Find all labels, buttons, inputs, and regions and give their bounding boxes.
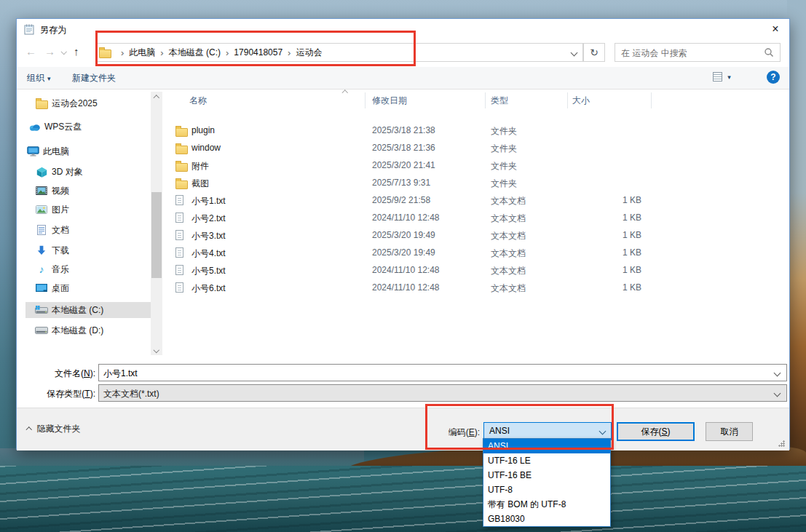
- file-row-xiaohao1[interactable]: 小号1.txt 2025/9/2 21:58 文本文档 1 KB: [162, 192, 774, 210]
- dropdown-option-utf16be[interactable]: UTF-16 BE: [483, 468, 610, 483]
- filename-dropdown-chevron-icon[interactable]: [774, 370, 781, 377]
- sidebar-item-label: 音乐: [52, 263, 69, 276]
- label-text: ): [668, 426, 671, 437]
- sidebar-item-local-disk-c[interactable]: 本地磁盘 (C:): [25, 302, 159, 318]
- sidebar-item-wps-cloud[interactable]: WPS云盘: [27, 119, 158, 135]
- sidebar-item-this-pc[interactable]: 此电脑: [25, 143, 157, 159]
- file-row-xiaohao2[interactable]: 小号2.txt 2024/11/10 12:48 文本文档 1 KB: [162, 210, 774, 227]
- folder-icon: [175, 125, 188, 139]
- filename-input[interactable]: [102, 366, 760, 381]
- save-button[interactable]: 保存(S): [617, 422, 695, 441]
- folder-icon: [34, 98, 49, 109]
- sort-ascending-icon[interactable]: [342, 90, 348, 96]
- file-name: 小号3.txt: [191, 230, 226, 242]
- dropdown-option-utf8bom[interactable]: 带有 BOM 的 UTF-8: [483, 497, 610, 512]
- sidebar-item-local-disk-d[interactable]: 本地磁盘 (D:): [34, 322, 165, 338]
- file-date: 2025/3/20 19:49: [372, 247, 435, 258]
- dropdown-option-utf16le[interactable]: UTF-16 LE: [483, 453, 610, 468]
- column-header-date[interactable]: 修改日期: [372, 92, 407, 109]
- forward-button[interactable]: →: [44, 45, 55, 57]
- sidebar-scrollbar[interactable]: [151, 92, 162, 355]
- sidebar-item-label: 下载: [52, 245, 69, 257]
- file-type: 文本文档: [491, 230, 526, 242]
- column-separator[interactable]: [567, 92, 568, 108]
- file-row-window[interactable]: window 2025/3/18 21:36 文件夹: [162, 140, 774, 157]
- organize-button[interactable]: 组织▾: [27, 72, 51, 84]
- desktop-icon: [34, 284, 49, 293]
- close-icon: ×: [772, 23, 778, 36]
- file-row-fujian[interactable]: 附件 2025/3/20 21:41 文件夹: [162, 157, 774, 175]
- savetype-value: 文本文档(*.txt): [103, 388, 159, 400]
- refresh-button[interactable]: ↻: [583, 43, 605, 62]
- sidebar-item-documents[interactable]: 文档: [34, 222, 165, 238]
- text-file-icon: [175, 213, 183, 225]
- forward-icon: →: [44, 45, 55, 57]
- dropdown-option-gb18030[interactable]: GB18030: [483, 512, 610, 526]
- sidebar-item-label: 本地磁盘 (D:): [52, 325, 103, 337]
- file-row-xiaohao3[interactable]: 小号3.txt 2025/3/20 19:49 文本文档 1 KB: [162, 227, 774, 245]
- column-separator[interactable]: [365, 92, 366, 108]
- search-input[interactable]: [620, 46, 757, 60]
- file-row-plugin[interactable]: plugin 2025/3/18 21:38 文件夹: [162, 122, 774, 140]
- view-mode-button[interactable]: ▾: [713, 71, 743, 85]
- screenshot-root: 另存为 × ← → ↑ › 此电脑 › 本地磁盘 (C:) › 17904180…: [0, 0, 806, 532]
- sidebar-item-music[interactable]: ♪ 音乐: [34, 261, 165, 277]
- label-mnemonic: N: [84, 368, 90, 378]
- music-icon: ♪: [34, 263, 49, 275]
- column-header-name[interactable]: 名称: [189, 92, 207, 109]
- scrollbar-up-button[interactable]: [151, 92, 162, 103]
- file-row-xiaohao6[interactable]: 小号6.txt 2024/11/10 12:48 文本文档 1 KB: [162, 279, 774, 297]
- sidebar-item-yundonghui2025[interactable]: 运动会2025: [34, 95, 165, 111]
- column-label: 类型: [491, 95, 508, 106]
- close-button[interactable]: ×: [762, 19, 789, 39]
- sidebar-item-label: 视频: [52, 185, 69, 197]
- help-button[interactable]: ?: [767, 71, 780, 84]
- new-folder-button[interactable]: 新建文件夹: [72, 72, 116, 84]
- chevron-up-icon: [26, 426, 32, 432]
- label-mnemonic: S: [661, 426, 667, 437]
- column-header-type[interactable]: 类型: [491, 92, 508, 109]
- sidebar-item-label: 此电脑: [43, 146, 69, 158]
- resize-grip-icon[interactable]: [778, 440, 785, 447]
- hide-folders-label: 隐藏文件夹: [37, 424, 81, 434]
- label-mnemonic: T: [84, 389, 90, 399]
- sidebar-item-3d-objects[interactable]: 3D 对象: [34, 164, 165, 180]
- column-separator[interactable]: [651, 92, 652, 108]
- hide-folders-button[interactable]: 隐藏文件夹: [27, 423, 81, 435]
- label-text: ):: [90, 368, 95, 378]
- wallpaper-sea: [0, 466, 806, 532]
- document-icon: [34, 225, 49, 235]
- sidebar-item-downloads[interactable]: 下载: [34, 242, 165, 258]
- back-button[interactable]: ←: [25, 45, 36, 57]
- file-date: 2025/7/13 9:31: [372, 178, 430, 188]
- scrollbar-down-button[interactable]: [151, 344, 162, 355]
- sidebar-item-videos[interactable]: 视频: [34, 183, 165, 199]
- file-type: 文件夹: [491, 178, 517, 190]
- cancel-button[interactable]: 取消: [706, 422, 753, 441]
- column-label: 名称: [189, 95, 207, 106]
- column-label: 修改日期: [372, 95, 407, 106]
- label-text: 保存(: [641, 426, 661, 437]
- dialog-footer: 隐藏文件夹 编码(E): ANSI 保存(S) 取消: [17, 408, 789, 450]
- file-row-xiaohao4[interactable]: 小号4.txt 2025/3/20 19:49 文本文档 1 KB: [162, 245, 774, 262]
- search-box: [615, 43, 781, 62]
- dropdown-option-utf8[interactable]: UTF-8: [483, 483, 610, 497]
- file-row-xiaohao5[interactable]: 小号5.txt 2024/11/10 12:48 文本文档 1 KB: [162, 262, 774, 279]
- main-area: 运动会2025 WPS云盘 此电脑 3D 对象 视频: [17, 90, 789, 357]
- column-separator[interactable]: [485, 92, 486, 108]
- up-icon: ↑: [74, 45, 79, 57]
- file-type: 文本文档: [491, 265, 526, 277]
- file-size: 1 KB: [570, 282, 641, 293]
- save-as-dialog: 另存为 × ← → ↑ › 此电脑 › 本地磁盘 (C:) › 17904180…: [16, 18, 790, 450]
- savetype-select[interactable]: 文本文档(*.txt): [98, 384, 787, 402]
- sidebar-item-pictures[interactable]: 图片: [34, 202, 165, 218]
- address-dropdown-chevron-icon[interactable]: [571, 49, 578, 57]
- up-button[interactable]: ↑: [74, 45, 79, 57]
- recent-locations-chevron-icon[interactable]: [61, 49, 67, 55]
- file-row-jietu[interactable]: 截图 2025/7/13 9:31 文件夹: [162, 175, 774, 192]
- computer-icon: [25, 146, 40, 156]
- sidebar-item-desktop[interactable]: 桌面: [34, 280, 165, 296]
- scrollbar-thumb[interactable]: [151, 192, 162, 278]
- column-header-size[interactable]: 大小: [572, 92, 590, 109]
- cancel-label: 取消: [721, 426, 738, 437]
